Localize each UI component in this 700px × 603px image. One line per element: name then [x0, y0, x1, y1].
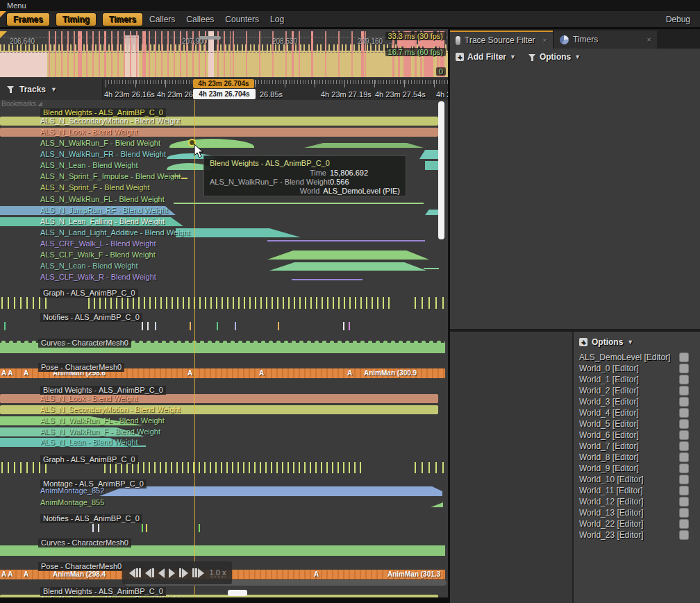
tab-trace-source-filter[interactable]: Trace Source Filter× — [450, 31, 553, 49]
bookmarks-track[interactable]: Bookmarks — [1, 100, 42, 106]
bookmarks-collapse-icon[interactable] — [38, 101, 42, 106]
add-filter-button[interactable]: + Add Filter ▼ — [456, 52, 516, 62]
world-filter-item[interactable]: World_1 [Editor] — [579, 374, 700, 385]
timeline-track[interactable]: ALS_CLF_Walk_R - Blend Weight — [0, 273, 448, 282]
world-filter-item[interactable]: World_4 [Editor] — [579, 407, 700, 418]
world-filter-checkbox[interactable] — [679, 475, 689, 484]
close-icon[interactable]: × — [647, 35, 651, 44]
vertical-scrollbar[interactable] — [438, 101, 444, 239]
timeline-track[interactable]: AnimMontage_855 — [0, 498, 448, 507]
notify-tick[interactable] — [190, 322, 191, 330]
notify-tick[interactable] — [98, 524, 99, 532]
world-filter-item[interactable]: ALS_DemoLevel [Editor] — [579, 352, 700, 363]
world-filter-checkbox[interactable] — [679, 486, 689, 495]
timeline-track[interactable]: ALS_CLF_Walk_F - Blend Weight — [0, 250, 448, 260]
world-filter-checkbox[interactable] — [679, 441, 689, 451]
notify-tick[interactable] — [146, 524, 147, 532]
world-filter-item[interactable]: World_11 [Editor] — [579, 485, 700, 496]
playback-speed[interactable]: 1.0 x — [210, 568, 226, 577]
notify-tick[interactable] — [92, 524, 94, 532]
frames-graph[interactable]: 206,640207,900208,530209,160.. 33.3 ms (… — [0, 31, 448, 77]
world-filter-checkbox[interactable] — [679, 375, 689, 384]
notify-tick[interactable] — [142, 524, 143, 532]
notify-tick[interactable] — [4, 322, 6, 330]
world-filter-checkbox[interactable] — [679, 430, 689, 440]
time-marker-badge[interactable]: 4h 23m 26.704s — [193, 89, 256, 99]
debug-menu[interactable]: Debug — [666, 15, 690, 24]
tracks-filter-button[interactable]: Tracks ▼ — [0, 78, 103, 100]
timeline-track[interactable]: ALS_N_SecondaryMotion - Blend Weight — [0, 117, 448, 126]
world-filter-item[interactable]: World_13 [Editor] — [579, 507, 700, 518]
world-filter-item[interactable]: World_7 [Editor] — [579, 441, 700, 452]
world-filter-item[interactable]: World_10 [Editor] — [579, 474, 700, 485]
notify-tick[interactable] — [147, 322, 149, 330]
world-filter-item[interactable]: World_22 [Editor] — [579, 518, 700, 529]
world-filter-item[interactable]: World_12 [Editor] — [579, 496, 700, 507]
world-filter-checkbox[interactable] — [679, 408, 689, 418]
menu-label[interactable]: Menu — [7, 1, 26, 10]
time-marker-line[interactable] — [194, 100, 195, 597]
timeline-track[interactable]: ALS_N_Lean - Blend Weight — [0, 262, 448, 271]
notifies-track[interactable] — [0, 523, 448, 533]
world-filter-item[interactable]: World_23 [Editor] — [579, 529, 700, 541]
timeline-track[interactable]: ALS_N_Look - Blend Weight — [0, 128, 448, 137]
tab-timers[interactable]: Timers× — [554, 31, 657, 49]
world-options-button[interactable]: + Options ▼ — [579, 337, 700, 347]
tab-timers[interactable]: Timers — [103, 13, 142, 26]
tab-callers[interactable]: Callers — [149, 15, 175, 24]
notify-tick[interactable] — [343, 322, 344, 330]
filter-content-area[interactable] — [450, 65, 700, 329]
play-button[interactable] — [168, 568, 176, 579]
menu-bar[interactable]: Menu — [0, 0, 700, 11]
jump-to-end-button[interactable] — [192, 568, 205, 579]
world-filter-item[interactable]: World_8 [Editor] — [579, 452, 700, 463]
world-filter-checkbox[interactable] — [679, 497, 689, 507]
bottom-left-panel[interactable] — [450, 332, 572, 603]
close-icon[interactable]: × — [543, 36, 547, 44]
notifies-track[interactable] — [0, 321, 448, 331]
timeline-track[interactable]: ALS_N_WalkRun_F - Blend Weight — [0, 139, 448, 148]
timeline-track[interactable]: ALS_CRF_Walk_L - Blend Weight — [0, 239, 448, 248]
timeline-track[interactable]: ALS_N_WalkRun_F - Blend Weight — [0, 427, 448, 436]
timeline-track[interactable]: ALS_N_Lean_Falling - Blend Weight — [0, 217, 448, 226]
world-filter-item[interactable]: World_0 [Editor] — [579, 363, 700, 374]
world-filter-checkbox[interactable] — [679, 419, 689, 429]
play-reverse-button[interactable] — [158, 568, 165, 579]
world-filter-checkbox[interactable] — [679, 508, 689, 518]
world-filter-item[interactable]: World_9 [Editor] — [579, 463, 700, 474]
world-filter-checkbox[interactable] — [679, 397, 689, 407]
timeline-track[interactable]: ALS_N_Look - Blend Weight — [0, 394, 448, 403]
tab-callees[interactable]: Callees — [186, 15, 214, 24]
notify-tick[interactable] — [217, 322, 218, 330]
track-section-header[interactable]: Notifies - ALS_AnimBP_C_0 — [0, 514, 448, 523]
notify-tick[interactable] — [349, 322, 350, 330]
notify-tick[interactable] — [278, 322, 279, 330]
world-filter-item[interactable]: World_2 [Editor] — [579, 385, 700, 396]
time-ruler[interactable]: 4h 23m 26.16s4h 23m 2626.85s4h 23m 27.19… — [0, 78, 448, 101]
jump-to-start-button[interactable] — [128, 568, 142, 579]
timeline-track[interactable]: ALS_N_SecondaryMotion - Blend Weight — [0, 405, 448, 414]
timeline-track[interactable]: ALS_N_Lean - Blend Weight — [0, 438, 448, 447]
horizontal-scrollbar-handle[interactable] — [228, 590, 247, 596]
tracks-timeline[interactable]: Bookmarks Blend Weights - ALS_AnimBP_C_0… — [0, 100, 448, 597]
world-filter-checkbox[interactable] — [679, 386, 689, 396]
notify-tick[interactable] — [235, 322, 236, 330]
world-filter-item[interactable]: World_6 [Editor] — [579, 430, 700, 441]
timeline-track[interactable]: ALS_N_Land_Light_Additive - Blend Weight — [0, 228, 448, 237]
graph-ticks-track[interactable] — [0, 297, 448, 309]
timeline-track[interactable]: ALS_N_WalkRun_FL - Blend Weight — [0, 416, 448, 425]
world-filter-checkbox[interactable] — [679, 353, 689, 362]
tab-counters[interactable]: Counters — [225, 15, 259, 24]
time-marker-badge-top[interactable]: 4h 23m 26.704s — [193, 79, 254, 88]
world-filter-checkbox[interactable] — [679, 519, 689, 529]
step-forward-button[interactable] — [178, 568, 189, 579]
world-filter-checkbox[interactable] — [679, 364, 689, 373]
world-filter-checkbox[interactable] — [679, 452, 689, 462]
notify-tick[interactable] — [155, 322, 156, 330]
timeline-track[interactable]: ALS_N_JumpRun_RF - Blend Weight — [0, 206, 448, 215]
tab-log[interactable]: Log — [270, 15, 284, 24]
world-filter-item[interactable]: World_3 [Editor] — [579, 396, 700, 407]
world-filter-checkbox[interactable] — [679, 530, 689, 540]
tab-frames[interactable]: Frames — [7, 13, 49, 26]
filter-options-button[interactable]: Options ▼ — [528, 52, 581, 62]
